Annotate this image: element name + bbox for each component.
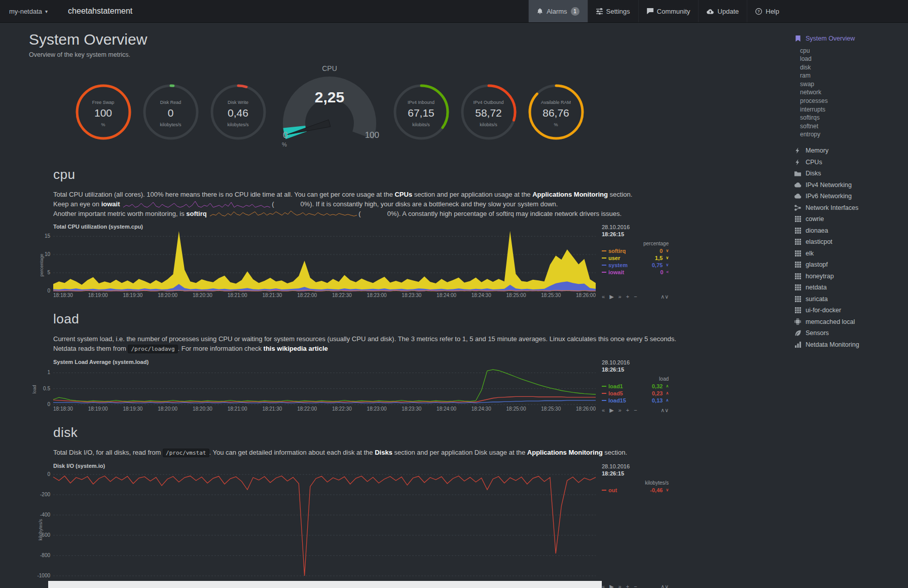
- sidebar-subitem-disk[interactable]: disk: [800, 63, 908, 72]
- pan-backward-button[interactable]: «: [602, 293, 605, 300]
- sidebar-item-honeytrap[interactable]: honeytrap: [794, 271, 908, 282]
- sidebar-subitem-swap[interactable]: swap: [800, 80, 908, 89]
- x-tick-label: 18:25:00: [506, 292, 526, 298]
- sidebar-item-netdata-monitoring[interactable]: Netdata Monitoring: [794, 339, 908, 351]
- nav-update-button[interactable]: Update: [698, 0, 747, 22]
- sidebar-subitem-cpu[interactable]: cpu: [800, 47, 908, 55]
- pan-forward-button[interactable]: »: [619, 407, 622, 414]
- resize-handle[interactable]: ∧∨: [661, 583, 669, 588]
- sidebar-item-memory[interactable]: Memory: [794, 145, 908, 157]
- nav-alarms-button[interactable]: Alarms1: [528, 0, 587, 22]
- sidebar-item-memcached-local[interactable]: memcached local: [794, 316, 908, 328]
- applications-monitoring-link[interactable]: Applications Monitoring: [532, 191, 608, 198]
- sidebar-item-netdata[interactable]: netdata: [794, 282, 908, 293]
- applications-monitoring-link[interactable]: Applications Monitoring: [527, 449, 603, 456]
- nav-help-button[interactable]: ?Help: [747, 0, 787, 22]
- description-text: . You can get detailed information about…: [209, 449, 375, 456]
- cpus-link[interactable]: CPUs: [394, 191, 412, 198]
- legend-out[interactable]: out-0,46∨: [602, 487, 669, 494]
- legend-load5[interactable]: load50,23∧: [602, 390, 669, 397]
- sidebar-item-system-overview[interactable]: System Overview: [794, 33, 908, 45]
- gauge-label: IPv4 Outbound: [455, 100, 522, 105]
- disk-chart-canvas[interactable]: 0-200-400-600-800-1000: [53, 472, 596, 581]
- zoom-out-button[interactable]: −: [634, 583, 637, 588]
- play-button[interactable]: ▶: [609, 407, 613, 414]
- sidebar-item-elasticpot[interactable]: elasticpot: [794, 236, 908, 248]
- netdata-app: my-netdata ▾ cheetahstatement Alarms1Set…: [0, 0, 908, 588]
- hostname-link[interactable]: cheetahstatement: [57, 0, 143, 22]
- sidebar-subitem-processes[interactable]: processes: [800, 97, 908, 105]
- sidebar-item-suricata[interactable]: suricata: [794, 293, 908, 305]
- ipv4-outbound-gauge[interactable]: IPv4 Outbound58,72kilobits/s: [455, 84, 522, 150]
- sidebar-subitem-load[interactable]: load: [800, 55, 908, 63]
- ipv4-inbound-gauge[interactable]: IPv4 Inbound67,15kilobits/s: [387, 84, 455, 150]
- sidebar-subitem-softirqs[interactable]: softirqs: [800, 114, 908, 122]
- sidebar-item-network-interfaces[interactable]: Network Interfaces: [794, 202, 908, 214]
- section-disk: disk Total Disk I/O, for all disks, read…: [53, 425, 785, 588]
- zoom-in-button[interactable]: +: [626, 407, 629, 414]
- legend-load15[interactable]: load150,13∧: [602, 397, 669, 404]
- load-chart-canvas[interactable]: 10.50: [53, 368, 596, 405]
- cpu-gauge[interactable]: CPU 2,25 0 100 %: [276, 62, 383, 154]
- available-ram-gauge[interactable]: Available RAM86,76%: [522, 84, 590, 150]
- free-swap-gauge[interactable]: Free Swap100%: [69, 84, 137, 150]
- sidebar-item-elk[interactable]: elk: [794, 248, 908, 260]
- chart-bars-icon: [794, 342, 802, 348]
- play-button[interactable]: ▶: [609, 293, 613, 300]
- legend-iowait[interactable]: iowait0<: [602, 269, 669, 276]
- description-text: Total CPU utilization (all cores). 100% …: [53, 191, 394, 198]
- sidebar-subitem-network[interactable]: network: [800, 88, 908, 97]
- resize-handle[interactable]: ∧∨: [661, 293, 669, 300]
- zoom-in-button[interactable]: +: [626, 583, 629, 588]
- sidebar-item-cowrie[interactable]: cowrie: [794, 213, 908, 225]
- description-line: Total Disk I/O, for all disks, read from…: [53, 448, 785, 458]
- pan-backward-button[interactable]: «: [602, 583, 605, 588]
- sidebar-item-sensors[interactable]: Sensors: [794, 327, 908, 339]
- sidebar-item-disks[interactable]: Disks: [794, 168, 908, 179]
- grid-icon: [794, 273, 802, 279]
- sidebar-item-dionaea[interactable]: dionaea: [794, 225, 908, 237]
- legend-load1[interactable]: load10,32∧: [602, 383, 669, 390]
- play-button[interactable]: ▶: [609, 583, 613, 588]
- sidebar-item-label: elasticpot: [806, 236, 832, 248]
- this-wikipedia-article-link[interactable]: this wikipedia article: [264, 345, 328, 352]
- my-netdata-menu[interactable]: my-netdata ▾: [0, 0, 57, 22]
- code-path: /proc/vmstat: [163, 449, 209, 457]
- zoom-in-button[interactable]: +: [626, 293, 629, 300]
- sidebar-item-ui-for-docker[interactable]: ui-for-docker: [794, 305, 908, 316]
- sidebar-subitem-softnet[interactable]: softnet: [800, 122, 908, 131]
- x-tick-label: 18:19:30: [123, 292, 142, 298]
- grid-icon: [794, 250, 802, 256]
- folder-icon: [794, 171, 802, 176]
- zoom-out-button[interactable]: −: [634, 293, 637, 300]
- sidebar-item-ipv4-networking[interactable]: IPv4 Networking: [794, 179, 908, 191]
- alarms-badge: 1: [571, 7, 579, 16]
- sidebar-item-glastopf[interactable]: glastopf: [794, 259, 908, 271]
- load-chart-legend: 28.10.201618:26:15loadload10,32∧load50,2…: [602, 359, 669, 404]
- pan-forward-button[interactable]: »: [619, 293, 622, 300]
- description-text: 0%). If it is constantly high, your disk…: [301, 200, 558, 208]
- sidebar-subitem-entropy[interactable]: entropy: [800, 130, 908, 139]
- nav-settings-button[interactable]: Settings: [588, 0, 638, 22]
- cpu-chart-canvas[interactable]: 151050: [53, 233, 596, 291]
- legend-system[interactable]: system0,75∨: [602, 262, 669, 269]
- sidebar-subitem-interrupts[interactable]: interrupts: [800, 105, 908, 114]
- nav-community-button[interactable]: Community: [638, 0, 699, 22]
- legend-swatch: [602, 272, 606, 273]
- sidebar-item-cpus[interactable]: CPUs: [794, 157, 908, 168]
- disks-link[interactable]: Disks: [375, 449, 392, 456]
- sidebar-item-ipv6-networking[interactable]: IPv6 Networking: [794, 191, 908, 202]
- svg-text:-1000: -1000: [37, 573, 50, 578]
- sidebar-subitem-ram[interactable]: ram: [800, 71, 908, 80]
- disk-write-gauge[interactable]: Disk Write0,46kilobytes/s: [204, 84, 272, 150]
- x-tick-label: 18:21:00: [228, 406, 247, 412]
- resize-handle[interactable]: ∧∨: [661, 407, 669, 414]
- page-layout: System Overview Overview of the key syst…: [0, 23, 908, 588]
- legend-softirq[interactable]: softirq0∨: [602, 247, 669, 254]
- pan-backward-button[interactable]: «: [602, 407, 605, 414]
- pan-forward-button[interactable]: »: [619, 583, 622, 588]
- caret-down-icon: ▾: [45, 9, 48, 14]
- zoom-out-button[interactable]: −: [634, 407, 637, 414]
- disk-read-gauge[interactable]: Disk Read0kilobytes/s: [137, 84, 204, 150]
- legend-user[interactable]: user1,5∨: [602, 254, 669, 262]
